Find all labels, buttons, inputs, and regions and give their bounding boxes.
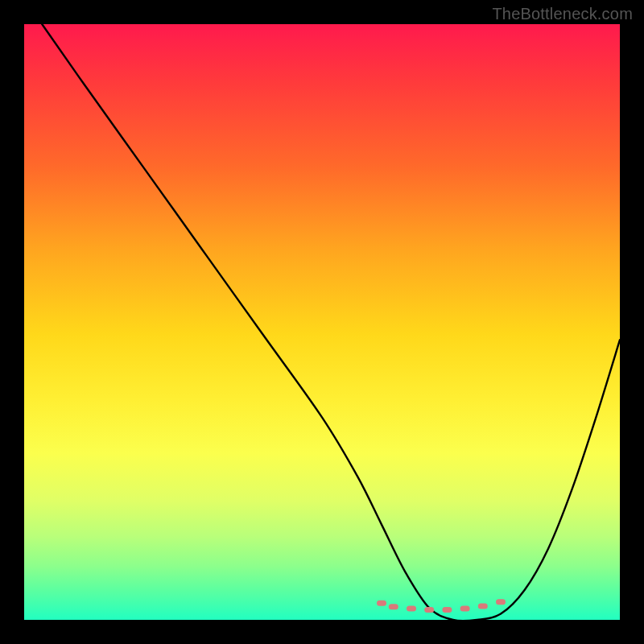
optimal-range-marker (442, 607, 452, 613)
optimal-range-marker (424, 607, 434, 613)
optimal-range-marker (478, 603, 488, 609)
chart-overlay-svg (24, 24, 620, 620)
optimal-range-marker (460, 605, 470, 611)
optimal-range-marker (496, 599, 506, 605)
watermark-text: TheBottleneck.com (492, 5, 633, 23)
optimal-range-marker (389, 604, 398, 609)
optimal-range-marker (407, 605, 416, 611)
bottleneck-curve-line (42, 24, 620, 621)
chart-outer-frame: TheBottleneck.com (0, 0, 644, 644)
optimal-range-marker (377, 601, 386, 606)
optimal-range-markers (377, 599, 506, 613)
